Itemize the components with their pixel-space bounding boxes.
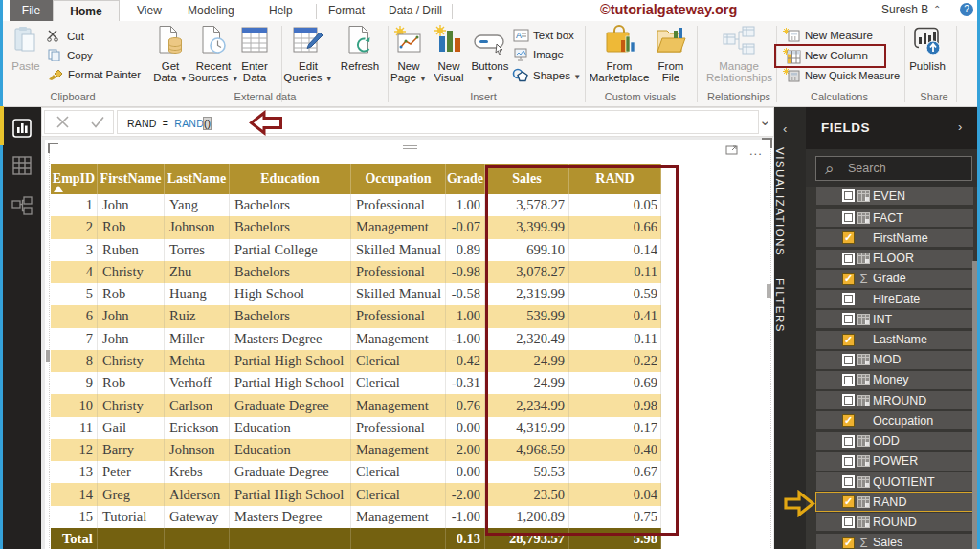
svg-text:A: A — [516, 31, 522, 40]
